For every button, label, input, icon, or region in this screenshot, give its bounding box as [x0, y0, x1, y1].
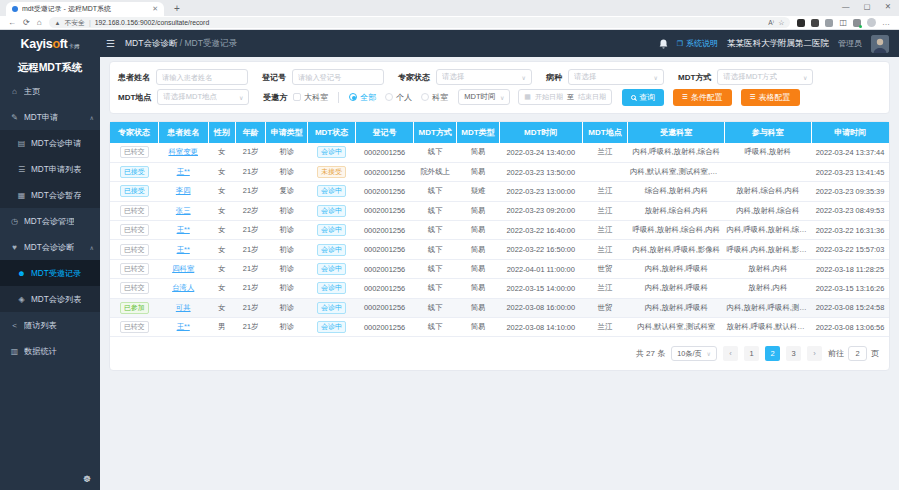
- divider: [338, 92, 339, 103]
- home-icon[interactable]: ⌂: [37, 18, 42, 27]
- bell-icon[interactable]: [659, 39, 668, 49]
- url-input[interactable]: ▲ 不安全 | 192.168.0.156:9002/consultate/re…: [49, 17, 791, 28]
- sidebar-item[interactable]: <随访列表: [0, 312, 100, 338]
- sidebar-item[interactable]: ☰MDT申请列表: [0, 156, 100, 182]
- table-cell: 线下: [414, 298, 457, 317]
- chevron-down-icon: ∨: [500, 94, 504, 101]
- extension-icon[interactable]: [853, 19, 861, 27]
- sidebar-item[interactable]: ☻MDT受邀记录: [0, 260, 100, 286]
- expert-status-select[interactable]: 请选择∨: [436, 69, 532, 85]
- sidebar-item[interactable]: ⌂主页: [0, 78, 100, 104]
- tab-close-icon[interactable]: ✕: [152, 5, 158, 13]
- table-cell: 女: [208, 221, 235, 240]
- next-page-button[interactable]: ›: [807, 346, 822, 361]
- browser-tab-strip: mdt受邀记录 - 远程MDT系统 ✕ + — ▢ ✕: [0, 0, 899, 16]
- page-size-select[interactable]: 10条/页 ∨: [671, 346, 717, 361]
- system-help-link[interactable]: ❒ 系统说明: [677, 38, 718, 49]
- new-tab-button[interactable]: +: [174, 3, 180, 14]
- split-screen-icon[interactable]: ◫: [839, 18, 847, 27]
- browser-profile-avatar[interactable]: [867, 18, 876, 27]
- chevron-down-icon: ∨: [654, 74, 658, 81]
- prev-page-button[interactable]: ‹: [723, 346, 738, 361]
- window-minimize-button[interactable]: —: [842, 2, 850, 11]
- patient-name-link[interactable]: 四科室: [172, 264, 194, 273]
- table-cell: 21岁: [235, 279, 265, 298]
- sidebar-item[interactable]: ✎MDT申请∧: [0, 104, 100, 130]
- diagnosis-icon: ♥: [10, 243, 19, 252]
- page-button[interactable]: 3: [786, 346, 801, 361]
- back-icon[interactable]: ←: [8, 18, 16, 27]
- table-row: 已接受李四女21岁复诊会诊中0002001256线下疑难2022-03-23 1…: [110, 182, 889, 201]
- page-button[interactable]: 1: [744, 346, 759, 361]
- sidebar-item[interactable]: ▤MDT会诊申请: [0, 130, 100, 156]
- table-cell: 简易: [457, 143, 500, 162]
- disease-select[interactable]: 请选择∨: [568, 69, 664, 85]
- table-cell: 呼吸科,放射科,综合科,内科: [628, 221, 725, 240]
- sidebar-item[interactable]: ◈MDT会诊列表: [0, 286, 100, 312]
- patient-name-link[interactable]: 王**: [177, 167, 190, 176]
- sidebar-item-label: 主页: [24, 86, 40, 97]
- patient-name-link[interactable]: 科室变更: [168, 147, 198, 156]
- radio-checked[interactable]: 全部: [349, 92, 376, 103]
- browser-tab[interactable]: mdt受邀记录 - 远程MDT系统 ✕: [6, 2, 164, 16]
- extension-icon[interactable]: [797, 19, 805, 27]
- table-cell: 男: [208, 318, 235, 337]
- goto-suffix: 页: [871, 348, 879, 359]
- sidebar-collapse-icon[interactable]: ☰: [106, 38, 115, 49]
- breadcrumb-parent[interactable]: MDT会诊诊断: [125, 38, 177, 48]
- search-button[interactable]: 查询: [622, 89, 664, 106]
- patient-name-link[interactable]: 可其: [176, 303, 191, 312]
- invitee-radio-group: 全部个人科室: [349, 92, 448, 103]
- table-row: 已接受王**女21岁初诊未接受0002001256院外线上简易2022-03-2…: [110, 162, 889, 181]
- radio-option[interactable]: 个人: [385, 92, 412, 103]
- page-button[interactable]: 2: [765, 346, 780, 361]
- status-badge: 已接受: [120, 166, 149, 178]
- table-cell: 2022-03-23 09:35:39: [811, 182, 889, 201]
- patient-name-link[interactable]: 张三: [176, 206, 191, 215]
- sidebar-item-label: MDT受邀记录: [31, 268, 81, 279]
- register-no-input[interactable]: [292, 69, 384, 85]
- main-content: 患者姓名登记号专家状态请选择∨病种请选择∨MDT方式请选择MDT方式∨ MDT地…: [100, 57, 899, 490]
- sidebar-item[interactable]: ◷MDT会诊管理: [0, 208, 100, 234]
- goto-page-input[interactable]: [848, 346, 867, 361]
- refresh-icon[interactable]: ⟳: [23, 18, 30, 27]
- window-close-button[interactable]: ✕: [885, 2, 891, 11]
- window-maximize-button[interactable]: ▢: [864, 2, 871, 11]
- date-range-picker[interactable]: ▦ 开始日期 至 结束日期: [518, 89, 612, 105]
- gear-icon[interactable]: ☸: [83, 474, 91, 484]
- mdt-location-select[interactable]: 请选择MDT地点 ∨: [157, 89, 249, 105]
- sidebar-item[interactable]: ▥数据统计: [0, 338, 100, 364]
- patient-name-link[interactable]: 王**: [177, 322, 190, 331]
- table-cell: 21岁: [235, 298, 265, 317]
- table-cell: 台湾人: [158, 279, 208, 298]
- extension-icon[interactable]: [825, 19, 833, 27]
- user-avatar[interactable]: [871, 35, 889, 53]
- condition-config-button[interactable]: ☰ 条件配置: [673, 89, 732, 106]
- warning-icon: ▲: [55, 20, 61, 26]
- read-aloud-icon[interactable]: A⁾: [768, 19, 774, 27]
- favorite-star-icon[interactable]: ☆: [778, 19, 784, 27]
- time-field-select[interactable]: MDT时间 ∨: [458, 89, 510, 105]
- filter-label: 登记号: [262, 72, 286, 83]
- browser-menu-icon[interactable]: …: [882, 18, 891, 27]
- table-cell: 会诊中: [308, 182, 356, 201]
- patient-name-link[interactable]: 王**: [177, 245, 190, 254]
- table-cell: 0002001256: [355, 221, 413, 240]
- patient-name-input[interactable]: [156, 69, 248, 85]
- big-dept-checkbox[interactable]: [293, 93, 301, 101]
- patient-name-link[interactable]: 台湾人: [172, 283, 194, 292]
- mdt-mode-select[interactable]: 请选择MDT方式∨: [717, 69, 813, 85]
- extension-icon[interactable]: [811, 19, 819, 27]
- sidebar-item[interactable]: ♥MDT会诊诊断∧: [0, 234, 100, 260]
- pagination: 共 27 条 10条/页 ∨ ‹ 123 › 前往 页: [110, 337, 889, 366]
- radio-option[interactable]: 科室: [421, 92, 448, 103]
- patient-name-link[interactable]: 王**: [177, 225, 190, 234]
- patient-name-link[interactable]: 李四: [176, 186, 191, 195]
- user-role: 管理员: [838, 38, 862, 49]
- sidebar-item[interactable]: ▦MDT会诊暂存: [0, 182, 100, 208]
- checkbox-label: 大科室: [304, 92, 328, 103]
- table-row: 已转交王**女21岁初诊会诊中0002001256线下简易2022-03-22 …: [110, 221, 889, 240]
- table-config-button[interactable]: ☰ 表格配置: [741, 89, 800, 106]
- book-icon: ❒: [677, 40, 683, 48]
- table-cell: 女: [208, 298, 235, 317]
